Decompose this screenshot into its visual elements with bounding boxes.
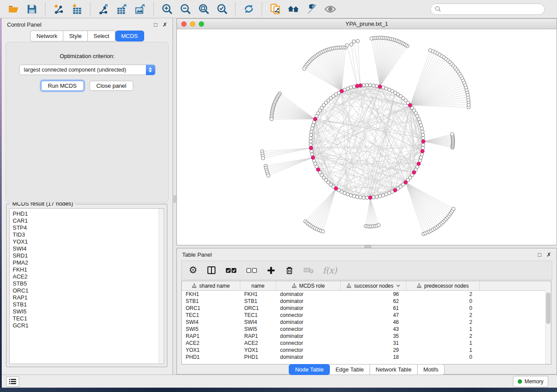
mcds-result-item[interactable]: CAR1: [13, 217, 164, 224]
show-log-button[interactable]: [6, 376, 19, 387]
maximize-window-icon[interactable]: [199, 21, 204, 27]
vertical-splitter[interactable]: [173, 18, 176, 375]
graph-node[interactable]: [369, 83, 372, 87]
mcds-result-item[interactable]: SRD1: [13, 252, 164, 259]
table-row[interactable]: STB1STB1dominator620: [182, 298, 551, 305]
graph-node[interactable]: [352, 40, 356, 43]
graph-node[interactable]: [375, 84, 379, 88]
graph-node-dominator[interactable]: [412, 171, 416, 174]
graph-node-dominator[interactable]: [340, 89, 343, 93]
graph-node[interactable]: [270, 117, 273, 121]
save-session-button[interactable]: [24, 1, 40, 17]
add-icon[interactable]: [266, 266, 276, 275]
graph-node[interactable]: [321, 230, 325, 233]
mcds-result-item[interactable]: ACE2: [13, 273, 164, 280]
graph-node[interactable]: [311, 127, 314, 130]
graph-node[interactable]: [356, 195, 359, 199]
table-row[interactable]: TEC1TEC1connector472: [182, 312, 551, 319]
mcds-result-item[interactable]: STB1: [13, 301, 164, 308]
open-session-button[interactable]: [6, 1, 21, 17]
graph-node-dominator[interactable]: [368, 196, 372, 199]
graph-node-dominator[interactable]: [309, 146, 313, 150]
export-image-button[interactable]: [132, 1, 148, 17]
import-table-button[interactable]: [69, 1, 85, 17]
splitter-handle[interactable]: [173, 196, 176, 203]
graph-node[interactable]: [346, 44, 349, 47]
table-row[interactable]: ACE2ACE2connector311: [182, 340, 551, 347]
close-window-icon[interactable]: [181, 21, 187, 27]
tab-select[interactable]: Select: [88, 31, 115, 41]
mcds-list-scrollbar[interactable]: [159, 209, 164, 364]
graph-node-dominator[interactable]: [421, 149, 424, 153]
table-row[interactable]: YOX1YOX1connector291: [182, 347, 551, 354]
graph-node-dominator[interactable]: [316, 168, 320, 171]
graph-node[interactable]: [309, 133, 313, 137]
graph-node[interactable]: [422, 143, 425, 147]
graph-node[interactable]: [372, 84, 375, 87]
refresh-layout-button[interactable]: [241, 1, 256, 17]
tab-motifs[interactable]: Motifs: [418, 364, 445, 375]
graph-node[interactable]: [309, 143, 312, 147]
network-canvas[interactable]: [177, 29, 557, 245]
mcds-result-item[interactable]: PHD1: [13, 210, 164, 217]
mcds-result-item[interactable]: YOX1: [13, 238, 164, 245]
graph-node-dominator[interactable]: [393, 189, 397, 192]
graph-node[interactable]: [365, 83, 369, 87]
zoom-out-button[interactable]: [177, 1, 193, 17]
graph-node[interactable]: [303, 67, 306, 70]
clone-network-button[interactable]: [267, 1, 283, 17]
graph-node[interactable]: [419, 156, 423, 159]
graph-node[interactable]: [372, 196, 375, 199]
split-columns-icon[interactable]: [207, 265, 216, 275]
graph-node[interactable]: [309, 140, 312, 143]
graph-node[interactable]: [421, 133, 425, 137]
export-network-button[interactable]: [96, 1, 111, 17]
graph-node[interactable]: [352, 195, 356, 198]
graph-node[interactable]: [365, 196, 369, 199]
table-row[interactable]: PHD1PHD1dominator180: [182, 354, 551, 361]
mcds-result-item[interactable]: STB5: [13, 280, 164, 287]
graph-node[interactable]: [378, 195, 382, 198]
mcds-result-item[interactable]: TID3: [13, 231, 164, 238]
table-row[interactable]: SWI5SWI5connector431: [182, 326, 551, 333]
mcds-result-item[interactable]: TEC1: [13, 315, 164, 322]
graph-node-dominator[interactable]: [359, 84, 362, 87]
tab-network[interactable]: Network: [30, 31, 63, 41]
graph-node[interactable]: [370, 37, 373, 40]
select-all-icon[interactable]: [225, 266, 237, 274]
column-header-successor-nodes[interactable]: successor nodes: [341, 281, 406, 290]
graph-node[interactable]: [450, 133, 454, 136]
graph-node[interactable]: [375, 195, 379, 199]
eye-button[interactable]: [322, 1, 338, 17]
deselect-all-icon[interactable]: [246, 266, 257, 274]
import-network-button[interactable]: [51, 1, 66, 17]
mcds-result-item[interactable]: ORC1: [13, 287, 164, 294]
tab-style[interactable]: Style: [63, 31, 88, 41]
column-header-mcds-role[interactable]: MCDS role: [276, 281, 341, 290]
float-panel-icon[interactable]: □: [538, 252, 541, 258]
graph-node[interactable]: [349, 43, 353, 46]
table-row[interactable]: FKH1FKH1dominator962: [182, 291, 551, 298]
graph-node[interactable]: [452, 207, 455, 211]
memory-button[interactable]: Memory: [513, 376, 548, 387]
network-window-titlebar[interactable]: YPA_prune.txt_1: [177, 19, 557, 29]
column-header-predecessor-nodes[interactable]: predecessor nodes: [406, 281, 480, 290]
graph-node[interactable]: [377, 224, 381, 227]
graph-node[interactable]: [359, 196, 362, 199]
graph-node[interactable]: [349, 194, 353, 197]
graph-node[interactable]: [429, 48, 432, 52]
export-table-button[interactable]: [114, 1, 130, 17]
home-button[interactable]: [286, 1, 301, 17]
table-row[interactable]: RAP1RAP1dominator352: [182, 333, 551, 340]
close-panel-icon[interactable]: ✗: [163, 22, 167, 28]
delete-table-icon[interactable]: [303, 266, 314, 274]
trash-icon[interactable]: [285, 266, 294, 275]
graph-node[interactable]: [420, 153, 424, 156]
column-header-shared-name[interactable]: shared name: [182, 281, 240, 290]
column-header-name[interactable]: name: [240, 281, 276, 290]
mcds-result-item[interactable]: FKH1: [13, 266, 164, 273]
graph-node[interactable]: [352, 85, 356, 89]
graph-node[interactable]: [309, 137, 312, 140]
graph-node[interactable]: [311, 124, 315, 127]
graph-node-dominator[interactable]: [417, 162, 420, 165]
